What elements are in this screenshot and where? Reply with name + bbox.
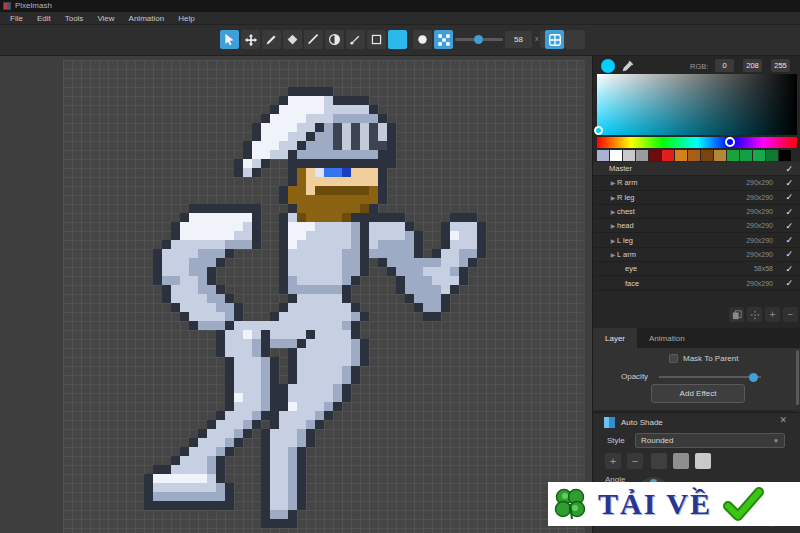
- brush-size-slider-handle[interactable]: [474, 35, 483, 44]
- sprite-pixel: [198, 204, 207, 213]
- palette-swatch[interactable]: [688, 150, 700, 161]
- eyedropper-icon[interactable]: [621, 59, 635, 73]
- sprite-pixel: [369, 150, 378, 159]
- menu-item-help[interactable]: Help: [178, 14, 194, 23]
- line-tool-button[interactable]: [304, 30, 323, 49]
- rect-tool-button[interactable]: [367, 30, 386, 49]
- remove-layer-button[interactable]: −: [783, 307, 798, 322]
- menu-item-animation[interactable]: Animation: [129, 14, 165, 23]
- grid-toggle-button[interactable]: [545, 30, 564, 49]
- rgb-g-input[interactable]: 208: [743, 59, 762, 72]
- download-banner[interactable]: TẢI VỀ: [548, 482, 800, 526]
- palette-swatch[interactable]: [753, 150, 765, 161]
- layer-expand-arrow[interactable]: ▶: [609, 251, 617, 258]
- layer-row-r-arm[interactable]: ▶R arm290x290✓: [593, 176, 800, 190]
- palette-swatch[interactable]: [779, 150, 791, 161]
- shade-swatch[interactable]: [651, 453, 667, 469]
- current-color-circle[interactable]: [601, 59, 615, 73]
- brush-tool-button[interactable]: [346, 30, 365, 49]
- select-tool-button[interactable]: [220, 30, 239, 49]
- sprite-pixel: [351, 276, 360, 285]
- layer-row-chest[interactable]: ▶chest290x290✓: [593, 205, 800, 219]
- menu-item-tools[interactable]: Tools: [65, 14, 84, 23]
- palette-swatch[interactable]: [714, 150, 726, 161]
- layer-visibility-check[interactable]: ✓: [785, 264, 793, 274]
- sprite-pixel: [378, 114, 387, 123]
- layer-row-head[interactable]: ▶head290x290✓: [593, 219, 800, 233]
- palette-swatch[interactable]: [597, 150, 609, 161]
- menu-item-edit[interactable]: Edit: [37, 14, 51, 23]
- add-effect-button[interactable]: Add Effect: [651, 384, 745, 403]
- sprite-pixel: [198, 483, 207, 492]
- opacity-slider[interactable]: [659, 376, 761, 378]
- auto-shade-toggle[interactable]: [604, 417, 615, 428]
- group-layer-button[interactable]: [747, 307, 762, 322]
- layer-visibility-check[interactable]: ✓: [785, 207, 793, 217]
- add-layer-button[interactable]: +: [765, 307, 780, 322]
- hue-slider-marker[interactable]: [725, 137, 735, 147]
- menu-item-view[interactable]: View: [97, 14, 114, 23]
- dither-button[interactable]: [434, 30, 453, 49]
- shade-swatch[interactable]: [695, 453, 711, 469]
- secondary-view-button[interactable]: [566, 30, 585, 49]
- move-tool-button[interactable]: [241, 30, 260, 49]
- palette-swatch[interactable]: [623, 150, 635, 161]
- layer-expand-arrow[interactable]: ▶: [609, 194, 617, 201]
- pixel-canvas[interactable]: [63, 60, 585, 533]
- rgb-r-input[interactable]: 0: [715, 59, 734, 72]
- layer-expand-arrow[interactable]: ▶: [609, 208, 617, 215]
- shade-swatch[interactable]: [673, 453, 689, 469]
- layer-visibility-check[interactable]: ✓: [785, 164, 793, 174]
- layer-visibility-check[interactable]: ✓: [785, 249, 793, 259]
- palette-swatch[interactable]: [636, 150, 648, 161]
- menu-item-file[interactable]: File: [10, 14, 23, 23]
- sprite-pixel: [261, 438, 270, 447]
- layer-expand-arrow[interactable]: ▶: [609, 179, 617, 186]
- layer-visibility-check[interactable]: ✓: [785, 278, 793, 288]
- title-bar: Pixelmash: [0, 0, 800, 12]
- palette-swatch[interactable]: [662, 150, 674, 161]
- palette-swatch[interactable]: [727, 150, 739, 161]
- palette-swatch[interactable]: [766, 150, 778, 161]
- pencil-tool-button[interactable]: [262, 30, 281, 49]
- palette-swatch[interactable]: [701, 150, 713, 161]
- brush-size-slider[interactable]: [455, 38, 503, 41]
- palette-swatch[interactable]: [675, 150, 687, 161]
- hue-slider[interactable]: [597, 137, 797, 148]
- shade-tool-button[interactable]: [325, 30, 344, 49]
- layer-visibility-check[interactable]: ✓: [785, 178, 793, 188]
- layer-visibility-check[interactable]: ✓: [785, 192, 793, 202]
- rgb-b-input[interactable]: 255: [771, 59, 790, 72]
- opacity-slider-handle[interactable]: [749, 373, 758, 382]
- layer-row-eye[interactable]: eye58x58✓: [593, 262, 800, 276]
- layer-row-master[interactable]: Master✓: [593, 162, 800, 176]
- layer-expand-arrow[interactable]: ▶: [609, 237, 617, 244]
- brush-shape-circle-button[interactable]: [413, 30, 432, 49]
- add-shade-button[interactable]: +: [605, 453, 621, 469]
- remove-shade-button[interactable]: −: [627, 453, 643, 469]
- layer-visibility-check[interactable]: ✓: [785, 221, 793, 231]
- panel-scrollbar-thumb[interactable]: [796, 350, 799, 405]
- auto-shade-close-icon[interactable]: ✕: [779, 415, 787, 425]
- color-swatch-tool-button[interactable]: [388, 30, 407, 49]
- eraser-tool-button[interactable]: [283, 30, 302, 49]
- palette-swatch[interactable]: [649, 150, 661, 161]
- layer-visibility-check[interactable]: ✓: [785, 235, 793, 245]
- style-dropdown[interactable]: Rounded ▼: [635, 433, 785, 448]
- sprite-pixel: [216, 312, 225, 321]
- layer-row-face[interactable]: face290x290✓: [593, 276, 800, 290]
- mask-to-parent-checkbox[interactable]: [669, 354, 678, 363]
- saturation-value-picker[interactable]: [597, 74, 797, 135]
- layer-row-r-leg[interactable]: ▶R leg290x290✓: [593, 191, 800, 205]
- layer-row-l-arm[interactable]: ▶L arm290x290✓: [593, 248, 800, 262]
- sv-picker-marker[interactable]: [594, 126, 603, 135]
- layer-row-l-leg[interactable]: ▶L leg290x290✓: [593, 233, 800, 247]
- duplicate-layer-button[interactable]: [729, 307, 744, 322]
- palette-swatch[interactable]: [610, 150, 622, 161]
- palette-swatch[interactable]: [740, 150, 752, 161]
- canvas-width-input[interactable]: 58: [505, 31, 532, 48]
- tab-animation[interactable]: Animation: [637, 328, 697, 348]
- layer-expand-arrow[interactable]: ▶: [609, 222, 617, 229]
- sprite-pixel: [270, 366, 279, 375]
- tab-layer[interactable]: Layer: [593, 328, 637, 348]
